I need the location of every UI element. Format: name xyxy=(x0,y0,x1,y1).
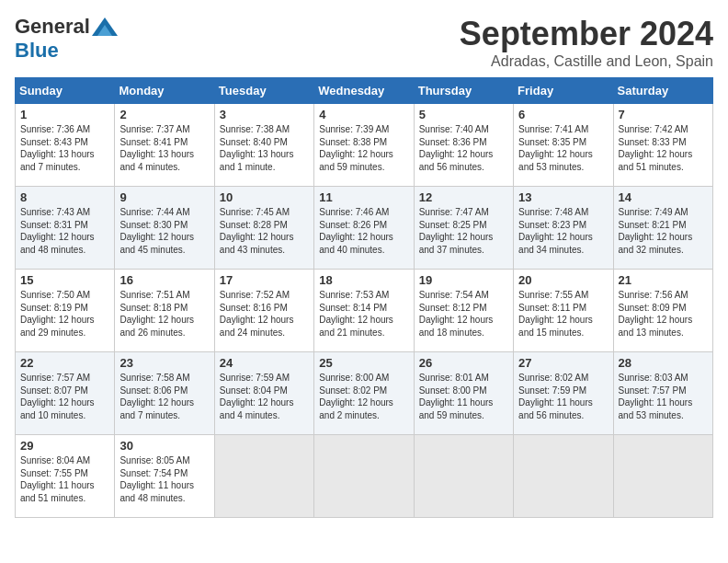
day-number: 2 xyxy=(119,108,209,121)
day-number: 11 xyxy=(319,190,408,204)
day-number: 27 xyxy=(518,356,608,370)
calendar-cell: 20Sunrise: 7:55 AMSunset: 8:11 PMDayligh… xyxy=(514,270,613,352)
cell-content: Sunrise: 7:48 AMSunset: 8:23 PMDaylight:… xyxy=(518,206,608,256)
day-number: 30 xyxy=(119,439,209,453)
cell-content: Sunrise: 7:56 AMSunset: 8:09 PMDaylight:… xyxy=(619,289,708,339)
cell-content: Sunrise: 8:02 AMSunset: 7:59 PMDaylight:… xyxy=(518,372,608,421)
cell-content: Sunrise: 7:39 AMSunset: 8:38 PMDaylight:… xyxy=(319,123,408,173)
calendar-header-monday: Monday xyxy=(115,78,214,104)
cell-content: Sunrise: 7:54 AMSunset: 8:12 PMDaylight:… xyxy=(419,289,508,339)
cell-content: Sunrise: 7:59 AMSunset: 8:04 PMDaylight:… xyxy=(220,372,309,421)
calendar-cell: 26Sunrise: 8:01 AMSunset: 8:00 PMDayligh… xyxy=(414,352,513,435)
day-number: 21 xyxy=(619,273,708,287)
cell-content: Sunrise: 7:40 AMSunset: 8:36 PMDaylight:… xyxy=(419,123,508,173)
cell-content: Sunrise: 7:58 AMSunset: 8:06 PMDaylight:… xyxy=(119,372,209,421)
calendar-header-row: SundayMondayTuesdayWednesdayThursdayFrid… xyxy=(16,78,713,104)
cell-content: Sunrise: 7:37 AMSunset: 8:41 PMDaylight:… xyxy=(119,123,209,173)
calendar-table: SundayMondayTuesdayWednesdayThursdayFrid… xyxy=(15,77,713,518)
day-number: 3 xyxy=(220,108,309,121)
calendar-week-row: 1Sunrise: 7:36 AMSunset: 8:43 PMDaylight… xyxy=(16,104,713,187)
day-number: 26 xyxy=(419,356,508,370)
day-number: 15 xyxy=(20,273,109,287)
cell-content: Sunrise: 7:38 AMSunset: 8:40 PMDaylight:… xyxy=(220,123,309,173)
calendar-cell: 17Sunrise: 7:52 AMSunset: 8:16 PMDayligh… xyxy=(214,270,313,352)
cell-content: Sunrise: 7:42 AMSunset: 8:33 PMDaylight:… xyxy=(619,123,708,173)
day-number: 18 xyxy=(319,273,408,287)
day-number: 4 xyxy=(319,108,408,121)
day-number: 17 xyxy=(220,273,309,287)
cell-content: Sunrise: 8:05 AMSunset: 7:54 PMDaylight:… xyxy=(119,454,209,504)
calendar-cell: 16Sunrise: 7:51 AMSunset: 8:18 PMDayligh… xyxy=(115,270,214,352)
cell-content: Sunrise: 7:52 AMSunset: 8:16 PMDaylight:… xyxy=(220,289,309,339)
calendar-cell: 3Sunrise: 7:38 AMSunset: 8:40 PMDaylight… xyxy=(214,104,313,187)
calendar-cell: 18Sunrise: 7:53 AMSunset: 8:14 PMDayligh… xyxy=(314,270,414,352)
calendar-cell: 21Sunrise: 7:56 AMSunset: 8:09 PMDayligh… xyxy=(613,270,712,352)
calendar-cell xyxy=(414,435,513,518)
calendar-cell: 24Sunrise: 7:59 AMSunset: 8:04 PMDayligh… xyxy=(214,352,313,435)
cell-content: Sunrise: 7:36 AMSunset: 8:43 PMDaylight:… xyxy=(20,123,109,173)
calendar-header-saturday: Saturday xyxy=(613,78,712,104)
calendar-week-row: 15Sunrise: 7:50 AMSunset: 8:19 PMDayligh… xyxy=(16,270,713,352)
cell-content: Sunrise: 8:04 AMSunset: 7:55 PMDaylight:… xyxy=(20,454,109,504)
cell-content: Sunrise: 8:01 AMSunset: 8:00 PMDaylight:… xyxy=(419,372,508,421)
day-number: 14 xyxy=(619,190,708,204)
calendar-cell: 12Sunrise: 7:47 AMSunset: 8:25 PMDayligh… xyxy=(414,187,513,270)
calendar-cell: 2Sunrise: 7:37 AMSunset: 8:41 PMDaylight… xyxy=(115,104,214,187)
calendar-header-wednesday: Wednesday xyxy=(314,78,414,104)
calendar-header-tuesday: Tuesday xyxy=(214,78,313,104)
cell-content: Sunrise: 8:00 AMSunset: 8:02 PMDaylight:… xyxy=(319,372,408,421)
day-number: 28 xyxy=(619,356,708,370)
day-number: 25 xyxy=(319,356,408,370)
day-number: 19 xyxy=(419,273,508,287)
logo-general-text: General xyxy=(15,15,90,39)
cell-content: Sunrise: 7:49 AMSunset: 8:21 PMDaylight:… xyxy=(619,206,708,256)
calendar-cell: 9Sunrise: 7:44 AMSunset: 8:30 PMDaylight… xyxy=(115,187,214,270)
cell-content: Sunrise: 7:51 AMSunset: 8:18 PMDaylight:… xyxy=(119,289,209,339)
day-number: 22 xyxy=(20,356,109,370)
cell-content: Sunrise: 7:44 AMSunset: 8:30 PMDaylight:… xyxy=(119,206,209,256)
cell-content: Sunrise: 7:45 AMSunset: 8:28 PMDaylight:… xyxy=(220,206,309,256)
day-number: 6 xyxy=(518,108,608,121)
calendar-week-row: 22Sunrise: 7:57 AMSunset: 8:07 PMDayligh… xyxy=(16,352,713,435)
calendar-cell: 11Sunrise: 7:46 AMSunset: 8:26 PMDayligh… xyxy=(314,187,414,270)
location-text: Adradas, Castille and Leon, Spain xyxy=(460,53,713,70)
day-number: 29 xyxy=(20,439,109,453)
cell-content: Sunrise: 7:41 AMSunset: 8:35 PMDaylight:… xyxy=(518,123,608,173)
calendar-week-row: 8Sunrise: 7:43 AMSunset: 8:31 PMDaylight… xyxy=(16,187,713,270)
cell-content: Sunrise: 7:55 AMSunset: 8:11 PMDaylight:… xyxy=(518,289,608,339)
day-number: 10 xyxy=(220,190,309,204)
day-number: 7 xyxy=(619,108,708,121)
day-number: 8 xyxy=(20,190,109,204)
calendar-cell: 10Sunrise: 7:45 AMSunset: 8:28 PMDayligh… xyxy=(214,187,313,270)
day-number: 9 xyxy=(119,190,209,204)
calendar-cell: 4Sunrise: 7:39 AMSunset: 8:38 PMDaylight… xyxy=(314,104,414,187)
calendar-cell: 8Sunrise: 7:43 AMSunset: 8:31 PMDaylight… xyxy=(16,187,115,270)
calendar-header-friday: Friday xyxy=(514,78,613,104)
cell-content: Sunrise: 7:50 AMSunset: 8:19 PMDaylight:… xyxy=(20,289,109,339)
calendar-cell: 7Sunrise: 7:42 AMSunset: 8:33 PMDaylight… xyxy=(613,104,712,187)
page-header: General Blue September 2024 Adradas, Cas… xyxy=(15,15,713,70)
calendar-cell: 28Sunrise: 8:03 AMSunset: 7:57 PMDayligh… xyxy=(613,352,712,435)
calendar-cell: 15Sunrise: 7:50 AMSunset: 8:19 PMDayligh… xyxy=(16,270,115,352)
logo: General Blue xyxy=(15,15,118,63)
calendar-header-sunday: Sunday xyxy=(16,78,115,104)
day-number: 1 xyxy=(20,108,109,121)
cell-content: Sunrise: 7:43 AMSunset: 8:31 PMDaylight:… xyxy=(20,206,109,256)
cell-content: Sunrise: 7:53 AMSunset: 8:14 PMDaylight:… xyxy=(319,289,408,339)
calendar-cell xyxy=(514,435,613,518)
calendar-cell: 22Sunrise: 7:57 AMSunset: 8:07 PMDayligh… xyxy=(16,352,115,435)
day-number: 12 xyxy=(419,190,508,204)
calendar-cell: 25Sunrise: 8:00 AMSunset: 8:02 PMDayligh… xyxy=(314,352,414,435)
calendar-cell: 13Sunrise: 7:48 AMSunset: 8:23 PMDayligh… xyxy=(514,187,613,270)
cell-content: Sunrise: 7:57 AMSunset: 8:07 PMDaylight:… xyxy=(20,372,109,421)
cell-content: Sunrise: 8:03 AMSunset: 7:57 PMDaylight:… xyxy=(619,372,708,421)
day-number: 20 xyxy=(518,273,608,287)
calendar-cell: 30Sunrise: 8:05 AMSunset: 7:54 PMDayligh… xyxy=(115,435,214,518)
calendar-cell: 14Sunrise: 7:49 AMSunset: 8:21 PMDayligh… xyxy=(613,187,712,270)
calendar-cell: 6Sunrise: 7:41 AMSunset: 8:35 PMDaylight… xyxy=(514,104,613,187)
day-number: 16 xyxy=(119,273,209,287)
calendar-cell xyxy=(613,435,712,518)
calendar-cell: 1Sunrise: 7:36 AMSunset: 8:43 PMDaylight… xyxy=(16,104,115,187)
day-number: 5 xyxy=(419,108,508,121)
title-area: September 2024 Adradas, Castille and Leo… xyxy=(460,15,713,70)
